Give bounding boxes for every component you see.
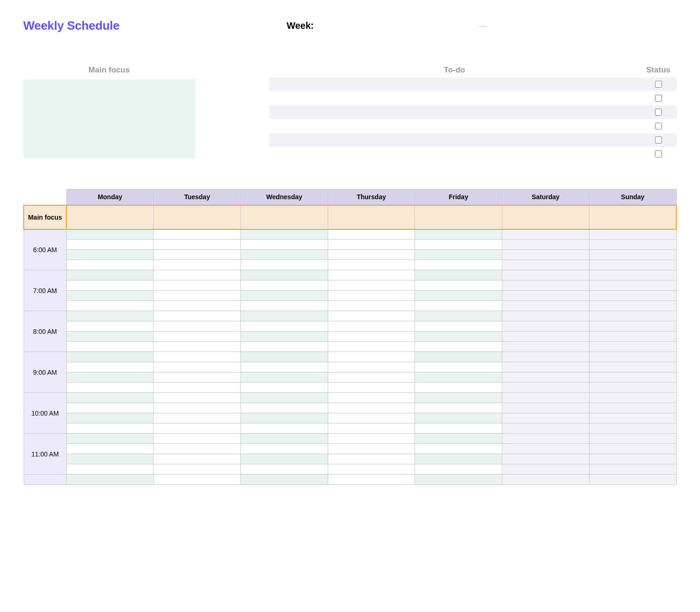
week-start-input[interactable] xyxy=(318,19,476,33)
schedule-cell[interactable] xyxy=(589,321,676,332)
todo-status-checkbox[interactable] xyxy=(655,109,662,116)
schedule-cell-input[interactable] xyxy=(502,352,589,362)
day-focus-input[interactable] xyxy=(590,206,676,229)
schedule-cell-input[interactable] xyxy=(328,413,415,423)
schedule-cell-input[interactable] xyxy=(415,372,502,382)
schedule-cell[interactable] xyxy=(154,250,241,260)
schedule-cell[interactable] xyxy=(66,454,154,464)
schedule-cell-input[interactable] xyxy=(502,362,589,372)
schedule-cell[interactable] xyxy=(240,250,328,260)
schedule-cell-input[interactable] xyxy=(328,464,415,474)
schedule-cell[interactable] xyxy=(66,413,154,423)
schedule-cell[interactable] xyxy=(328,250,415,260)
schedule-cell-input[interactable] xyxy=(502,250,589,260)
schedule-cell[interactable] xyxy=(328,423,415,434)
schedule-cell-input[interactable] xyxy=(502,321,589,331)
schedule-cell-input[interactable] xyxy=(502,413,589,423)
schedule-cell[interactable] xyxy=(328,270,415,280)
schedule-cell-input[interactable] xyxy=(590,301,676,311)
schedule-cell-input[interactable] xyxy=(241,332,328,341)
schedule-cell[interactable] xyxy=(589,270,676,280)
schedule-cell-input[interactable] xyxy=(67,444,154,454)
schedule-cell-input[interactable] xyxy=(590,321,676,331)
schedule-cell[interactable] xyxy=(502,301,590,311)
schedule-cell[interactable] xyxy=(502,321,590,332)
todo-text-input[interactable] xyxy=(269,107,640,118)
schedule-cell[interactable] xyxy=(154,352,241,362)
schedule-cell-input[interactable] xyxy=(241,403,328,413)
schedule-cell-input[interactable] xyxy=(328,393,415,403)
schedule-cell[interactable] xyxy=(66,240,154,250)
schedule-cell-input[interactable] xyxy=(415,434,502,443)
schedule-cell-input[interactable] xyxy=(154,291,240,300)
schedule-cell-input[interactable] xyxy=(415,321,502,331)
schedule-cell-input[interactable] xyxy=(590,464,676,474)
schedule-cell[interactable] xyxy=(328,229,415,240)
schedule-cell[interactable] xyxy=(328,444,415,454)
schedule-cell[interactable] xyxy=(154,362,241,372)
schedule-cell-input[interactable] xyxy=(154,454,240,464)
schedule-cell-input[interactable] xyxy=(67,362,154,372)
schedule-cell-input[interactable] xyxy=(241,270,328,280)
schedule-cell[interactable] xyxy=(154,270,241,280)
schedule-cell-input[interactable] xyxy=(328,372,415,382)
schedule-cell[interactable] xyxy=(502,383,590,393)
schedule-cell-input[interactable] xyxy=(154,393,240,403)
schedule-cell[interactable] xyxy=(66,311,154,321)
schedule-cell-input[interactable] xyxy=(67,383,154,392)
schedule-cell-input[interactable] xyxy=(415,413,502,423)
schedule-cell[interactable] xyxy=(66,434,154,444)
schedule-cell-input[interactable] xyxy=(328,291,415,300)
schedule-cell[interactable] xyxy=(415,362,502,372)
schedule-cell[interactable] xyxy=(328,291,415,301)
schedule-cell[interactable] xyxy=(154,342,241,352)
schedule-cell[interactable] xyxy=(589,403,676,413)
schedule-cell[interactable] xyxy=(589,362,676,372)
schedule-cell-input[interactable] xyxy=(154,280,240,290)
schedule-cell[interactable] xyxy=(240,362,328,372)
schedule-cell[interactable] xyxy=(154,393,241,403)
schedule-cell[interactable] xyxy=(589,393,676,403)
schedule-cell-input[interactable] xyxy=(328,311,415,321)
schedule-cell-input[interactable] xyxy=(241,311,328,321)
schedule-cell-input[interactable] xyxy=(67,423,154,433)
schedule-cell-input[interactable] xyxy=(590,423,676,433)
schedule-cell[interactable] xyxy=(240,372,328,383)
schedule-cell-input[interactable] xyxy=(590,413,676,423)
schedule-cell-input[interactable] xyxy=(590,444,676,454)
schedule-cell[interactable] xyxy=(502,250,590,260)
schedule-cell[interactable] xyxy=(154,444,241,454)
schedule-cell-input[interactable] xyxy=(154,230,240,240)
schedule-cell-input[interactable] xyxy=(415,342,502,352)
schedule-cell-input[interactable] xyxy=(328,270,415,280)
schedule-cell[interactable] xyxy=(502,280,590,291)
schedule-cell-input[interactable] xyxy=(241,423,328,433)
schedule-cell[interactable] xyxy=(589,423,676,434)
schedule-cell-input[interactable] xyxy=(328,352,415,362)
schedule-cell-input[interactable] xyxy=(502,403,589,413)
schedule-cell-input[interactable] xyxy=(328,383,415,392)
schedule-cell-input[interactable] xyxy=(241,454,328,464)
schedule-cell-input[interactable] xyxy=(241,475,328,484)
schedule-cell-input[interactable] xyxy=(590,372,676,382)
schedule-cell-input[interactable] xyxy=(502,475,589,484)
schedule-cell[interactable] xyxy=(66,301,154,311)
schedule-cell[interactable] xyxy=(328,321,415,332)
schedule-cell[interactable] xyxy=(328,260,415,270)
schedule-cell[interactable] xyxy=(240,280,328,291)
schedule-cell-input[interactable] xyxy=(328,230,415,240)
schedule-cell-input[interactable] xyxy=(154,423,240,433)
schedule-cell-input[interactable] xyxy=(154,413,240,423)
schedule-cell[interactable] xyxy=(154,280,241,291)
schedule-cell[interactable] xyxy=(589,464,676,475)
schedule-cell-input[interactable] xyxy=(590,393,676,403)
schedule-cell[interactable] xyxy=(502,352,590,362)
day-focus-input[interactable] xyxy=(415,206,502,229)
schedule-cell[interactable] xyxy=(240,454,328,464)
schedule-cell[interactable] xyxy=(240,321,328,332)
schedule-cell[interactable] xyxy=(589,454,676,464)
schedule-cell-input[interactable] xyxy=(590,383,676,392)
schedule-cell-input[interactable] xyxy=(328,454,415,464)
schedule-cell-input[interactable] xyxy=(415,362,502,372)
todo-status-checkbox[interactable] xyxy=(655,95,662,102)
